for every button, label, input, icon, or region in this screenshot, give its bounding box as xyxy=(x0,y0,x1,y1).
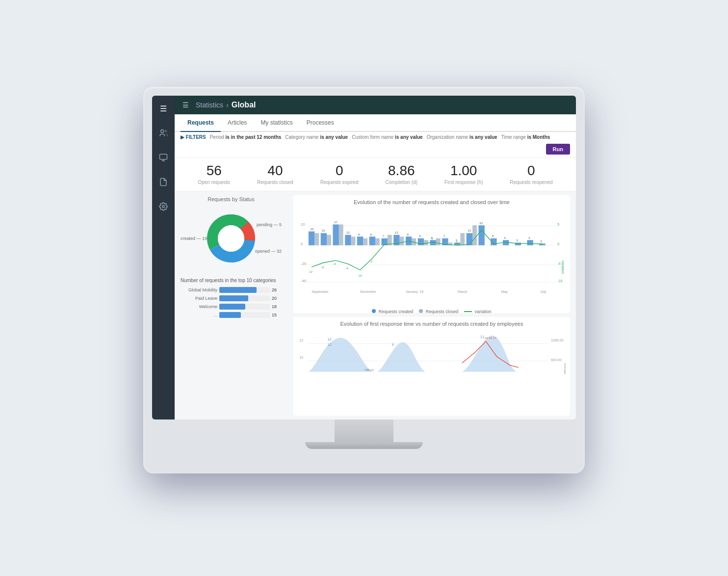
stat-expired: 0 Requests expired xyxy=(320,163,359,185)
svg-text:5: 5 xyxy=(541,239,543,243)
tab-articles[interactable]: Articles xyxy=(221,114,254,132)
svg-text:2: 2 xyxy=(444,239,446,242)
svg-text:-12: -12 xyxy=(308,269,312,273)
charts-area: Requests by Status created — 19 xyxy=(175,191,576,419)
stat-value-completion: 8.86 xyxy=(385,163,417,179)
filter-form: Custom form name is any value xyxy=(352,134,423,140)
svg-text:15: 15 xyxy=(468,229,471,232)
svg-text:20: 20 xyxy=(301,222,305,227)
svg-rect-49 xyxy=(400,236,404,245)
tabs-bar: Requests Articles My statistics Processe… xyxy=(175,114,576,132)
svg-rect-45 xyxy=(351,236,356,245)
breadcrumb: Statistics › Global xyxy=(196,101,256,109)
hbar-chart: Global Mobility 26 Paid Leave xyxy=(181,285,282,322)
donut-chart-title: Requests by Status xyxy=(181,196,282,202)
svg-text:3: 3 xyxy=(516,238,518,242)
monitor-wrapper: ☰ xyxy=(124,87,604,489)
tab-requests[interactable]: Requests xyxy=(181,114,221,132)
svg-text:27: 27 xyxy=(334,220,338,224)
svg-text:-10: -10 xyxy=(557,279,562,283)
svg-rect-35 xyxy=(467,233,472,245)
hbar-label-2: Paid Leave xyxy=(181,296,217,301)
svg-rect-26 xyxy=(357,236,363,245)
svg-text:9: 9 xyxy=(419,234,421,237)
hbar-item-3: Welcome 18 xyxy=(181,304,282,310)
stat-closed: 40 Requests closed xyxy=(257,163,293,185)
sidebar-icon-menu[interactable]: ☰ xyxy=(156,101,171,116)
hbar-value-4: 15 xyxy=(272,313,282,317)
bottom-chart: Evolution of first response time vs numb… xyxy=(293,317,570,416)
donut-svg xyxy=(204,211,258,265)
monitor-outer: ☰ xyxy=(143,87,585,473)
stat-label-reopened: Requests reopened xyxy=(510,180,552,185)
svg-text:800.00: 800.00 xyxy=(551,358,562,361)
hbar-item-4: ... 15 xyxy=(181,312,282,318)
svg-text:13: 13 xyxy=(346,231,350,234)
stat-value-open: 56 xyxy=(198,163,230,179)
legend-variation: variation xyxy=(464,309,492,314)
svg-text:745.11: 745.11 xyxy=(364,368,374,371)
svg-rect-51 xyxy=(424,240,428,245)
svg-rect-25 xyxy=(345,235,351,245)
left-panel: Requests by Status created — 19 xyxy=(175,191,287,419)
svg-text:9: 9 xyxy=(392,342,394,346)
legend-dot-created xyxy=(372,309,376,313)
tab-my-statistics[interactable]: My statistics xyxy=(254,114,299,132)
donut-legend-pending: pending — 5 xyxy=(257,222,282,227)
svg-text:5: 5 xyxy=(407,236,409,239)
stat-label-expired: Requests expired xyxy=(320,180,359,185)
top10-chart-section: Number of requests in the top 10 categor… xyxy=(181,278,282,322)
svg-rect-27 xyxy=(369,236,375,245)
filter-time: Time range is Months xyxy=(501,134,550,140)
response-chart-title: Evolution of first response time vs numb… xyxy=(297,321,566,327)
hbar-value-2: 20 xyxy=(272,296,282,301)
monitor-screen: ☰ xyxy=(152,96,576,419)
donut-container: created — 19 pendi xyxy=(181,204,282,273)
sidebar-icon-settings[interactable] xyxy=(156,199,171,214)
svg-text:September: September xyxy=(312,290,329,294)
svg-rect-52 xyxy=(436,238,441,245)
stat-open-requests: 56 Open requests xyxy=(198,163,230,185)
svg-text:January '19: January '19 xyxy=(406,290,423,294)
svg-text:8: 8 xyxy=(492,234,494,237)
sidebar-icon-monitor[interactable] xyxy=(156,150,171,165)
hbar-value-1: 26 xyxy=(272,288,282,292)
filters-bar: ▶ FILTERS Period is in the past 12 month… xyxy=(175,132,576,157)
svg-rect-46 xyxy=(363,238,367,245)
svg-rect-22 xyxy=(309,231,314,245)
svg-rect-36 xyxy=(478,225,484,245)
donut-legend-created: created — 19 xyxy=(181,236,207,241)
svg-text:Average: Average xyxy=(564,363,566,374)
breadcrumb-separator: › xyxy=(226,101,229,109)
hbar-track-3 xyxy=(219,304,270,310)
svg-text:-2: -2 xyxy=(370,260,373,263)
stats-row: 56 Open requests 40 Requests closed 0 Re… xyxy=(175,157,576,191)
breadcrumb-current: Global xyxy=(232,101,256,109)
hamburger-icon: ☰ xyxy=(182,101,189,109)
svg-text:9: 9 xyxy=(370,232,372,236)
monitor-stand xyxy=(335,419,393,449)
hbar-track-1 xyxy=(219,287,270,293)
hbar-label-1: Global Mobility xyxy=(181,288,217,292)
svg-rect-43 xyxy=(327,235,331,245)
sidebar-icon-users[interactable] xyxy=(156,125,171,141)
hbar-label-3: Welcome xyxy=(181,304,217,309)
main-content: ☰ Statistics › Global Requests Articles … xyxy=(175,96,576,419)
svg-text:8: 8 xyxy=(407,232,409,236)
legend-dot-closed xyxy=(419,309,423,313)
svg-text:4: 4 xyxy=(528,236,530,239)
svg-text:10: 10 xyxy=(299,356,303,359)
filters-label[interactable]: ▶ FILTERS xyxy=(181,134,206,140)
top10-chart-title: Number of requests in the top 10 categor… xyxy=(181,278,282,283)
svg-point-0 xyxy=(161,130,164,132)
hbar-value-3: 18 xyxy=(272,304,282,309)
evolution-chart: Evolution of the number of requests crea… xyxy=(293,195,570,313)
stat-value-closed: 40 xyxy=(257,163,293,179)
run-button[interactable]: Run xyxy=(546,144,570,155)
svg-text:7: 7 xyxy=(383,234,385,237)
tab-processes[interactable]: Processes xyxy=(300,114,341,132)
svg-text:-40: -40 xyxy=(301,279,307,283)
svg-text:2: 2 xyxy=(419,239,421,242)
svg-text:5: 5 xyxy=(557,223,559,226)
sidebar-icon-file[interactable] xyxy=(156,174,171,190)
